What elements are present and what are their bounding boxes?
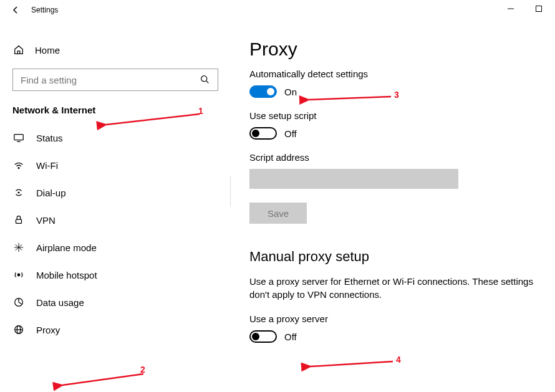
sidebar-item-label: Dial-up	[36, 188, 66, 198]
sidebar-item-airplane[interactable]: Airplane mode	[0, 234, 231, 261]
globe-icon	[12, 323, 25, 336]
main-panel: Proxy Automatically detect settings On U…	[231, 20, 555, 392]
home-link[interactable]: Home	[0, 39, 231, 61]
sidebar-item-proxy[interactable]: Proxy	[0, 316, 231, 343]
sidebar-item-hotspot[interactable]: Mobile hotspot	[0, 261, 231, 289]
sidebar-item-status[interactable]: Status	[0, 124, 231, 151]
sidebar-item-label: Status	[36, 133, 63, 143]
sidebar-item-label: Proxy	[36, 325, 60, 335]
svg-point-6	[18, 168, 19, 169]
search-input[interactable]	[19, 74, 199, 86]
svg-point-7	[18, 192, 19, 193]
manual-description: Use a proxy server for Ethernet or Wi-Fi…	[249, 275, 536, 301]
sidebar-item-wifi[interactable]: Wi-Fi	[0, 151, 231, 179]
svg-point-2	[201, 76, 207, 82]
auto-detect-toggle[interactable]	[249, 85, 277, 98]
sidebar-item-datausage[interactable]: Data usage	[0, 289, 231, 316]
svg-rect-4	[14, 135, 23, 140]
monitor-icon	[12, 131, 25, 144]
save-button[interactable]: Save	[249, 203, 307, 224]
back-button[interactable]	[6, 1, 25, 19]
vpn-icon	[12, 214, 25, 226]
script-address-label: Script address	[249, 152, 536, 163]
svg-line-3	[206, 81, 209, 84]
sidebar-item-label: Wi-Fi	[36, 160, 58, 171]
titlebar: Settings	[0, 0, 555, 20]
sidebar-item-dialup[interactable]: Dial-up	[0, 179, 231, 206]
sidebar-item-label: Airplane mode	[36, 242, 97, 253]
svg-rect-1	[536, 6, 541, 12]
use-proxy-toggle[interactable]	[249, 330, 277, 343]
search-icon	[199, 74, 211, 86]
dialup-icon	[12, 186, 25, 199]
script-address-input[interactable]	[249, 169, 458, 189]
home-icon	[12, 44, 25, 56]
sidebar-item-label: VPN	[36, 215, 56, 226]
manual-section-header: Manual proxy setup	[249, 249, 536, 265]
page-title: Proxy	[249, 39, 536, 60]
sidebar: Home Network & Internet Status Wi-Fi Dia…	[0, 20, 231, 392]
data-icon	[12, 296, 25, 308]
category-header: Network & Internet	[0, 101, 231, 124]
sidebar-item-label: Mobile hotspot	[36, 270, 97, 280]
wifi-icon	[12, 159, 25, 171]
minimize-button[interactable]	[496, 0, 524, 17]
svg-rect-8	[16, 219, 22, 223]
sidebar-item-label: Data usage	[36, 297, 84, 308]
search-box[interactable]	[12, 69, 218, 91]
setup-script-toggle[interactable]	[249, 127, 277, 140]
airplane-icon	[12, 241, 25, 254]
sidebar-item-vpn[interactable]: VPN	[0, 206, 231, 234]
window-title: Settings	[31, 6, 58, 14]
use-proxy-label: Use a proxy server	[249, 313, 536, 324]
hotspot-icon	[12, 269, 25, 281]
setup-script-label: Use setup script	[249, 110, 536, 121]
maximize-button[interactable]	[524, 0, 553, 17]
svg-point-9	[17, 274, 20, 276]
use-proxy-state: Off	[284, 332, 297, 342]
auto-detect-state: On	[284, 87, 297, 97]
home-label: Home	[35, 45, 60, 55]
setup-script-state: Off	[284, 128, 297, 139]
auto-detect-label: Automatically detect settings	[249, 69, 536, 79]
